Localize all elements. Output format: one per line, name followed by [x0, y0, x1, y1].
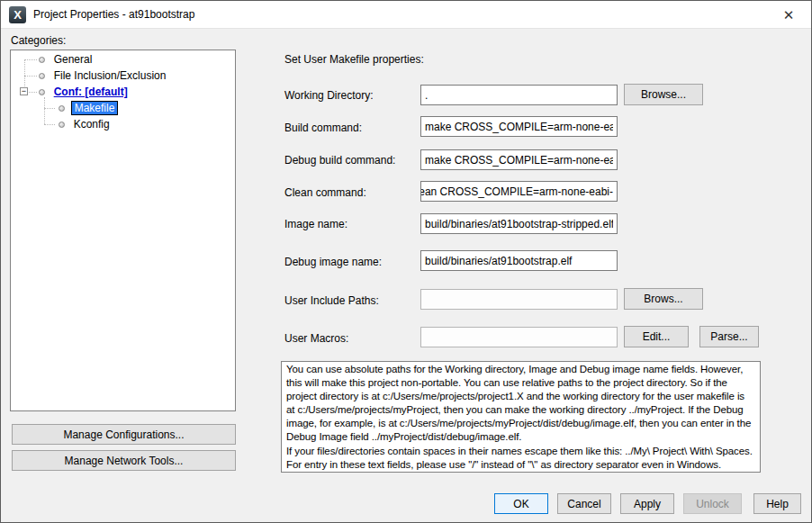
node-circle-icon: [39, 89, 45, 95]
debug-build-command-label: Debug build command:: [284, 154, 420, 167]
tree-connector: [24, 59, 37, 60]
node-circle-icon: [39, 73, 45, 79]
build-command-label: Build command:: [284, 122, 420, 134]
clean-command-input[interactable]: plabclean CROSS_COMPILE=arm-none-eabi-: [420, 181, 618, 202]
user-include-paths-label: User Include Paths:: [284, 294, 420, 307]
clean-command-value: plabclean CROSS_COMPILE=arm-none-eabi-: [420, 185, 613, 198]
image-name-label: Image name:: [284, 218, 420, 230]
tree-item-label-selected: Makefile: [71, 101, 119, 115]
tree-item-label: File Inclusion/Exclusion: [51, 68, 169, 83]
title-bar: X Project Properties - at91bootstrap ✕: [1, 1, 811, 29]
browse-button[interactable]: Browse...: [624, 84, 703, 105]
unlock-button: Unlock: [683, 493, 742, 514]
window-title: Project Properties - at91bootstrap: [33, 8, 194, 21]
working-directory-label: Working Directory:: [284, 89, 420, 102]
close-icon[interactable]: ✕: [775, 5, 802, 26]
tree-connector: [44, 108, 55, 109]
node-circle-icon: [59, 122, 65, 128]
help-button[interactable]: Help: [753, 493, 801, 514]
working-directory-input[interactable]: [420, 85, 618, 105]
edit-macros-button[interactable]: Edit...: [624, 326, 689, 347]
manage-network-tools-button[interactable]: Manage Network Tools...: [12, 450, 236, 471]
mplab-x-logo-icon: X: [9, 6, 26, 23]
user-macros-input: [420, 327, 618, 347]
tree-item-makefile[interactable]: Makefile: [59, 100, 118, 116]
ok-button[interactable]: OK: [494, 493, 548, 514]
build-command-input[interactable]: [420, 116, 618, 137]
tree-item-kconfig[interactable]: Kconfig: [59, 116, 113, 132]
debug-build-command-input[interactable]: [420, 149, 618, 170]
user-include-paths-input: [420, 289, 618, 310]
tree-item-label: General: [51, 52, 95, 67]
tree-connector: [44, 124, 55, 125]
project-properties-dialog: X Project Properties - at91bootstrap ✕ C…: [0, 0, 812, 523]
tree-connector: [44, 97, 45, 124]
node-circle-icon: [39, 57, 45, 63]
tree-item-file-inclusion[interactable]: File Inclusion/Exclusion: [39, 68, 168, 84]
section-heading: Set User Makefile properties:: [284, 53, 424, 66]
debug-image-name-label: Debug image name:: [284, 256, 420, 268]
categories-label: Categories:: [11, 34, 66, 47]
parse-macros-button[interactable]: Parse...: [699, 326, 759, 347]
tree-item-conf-default[interactable]: Conf: [default]: [39, 84, 131, 100]
manage-configurations-button[interactable]: Manage Configurations...: [12, 424, 236, 445]
tree-item-label: Kconfig: [71, 117, 113, 131]
user-macros-label: User Macros:: [284, 332, 420, 345]
image-name-input[interactable]: [420, 213, 618, 234]
browse-include-paths-button[interactable]: Brows...: [624, 288, 703, 310]
collapse-toggle-icon[interactable]: −: [20, 87, 28, 95]
debug-image-name-input[interactable]: [420, 250, 618, 271]
help-note-text: You can use absolute paths for the Worki…: [281, 361, 761, 473]
node-circle-icon: [59, 105, 65, 112]
categories-tree: General File Inclusion/Exclusion − Conf:…: [10, 50, 236, 411]
cancel-button[interactable]: Cancel: [557, 493, 611, 514]
tree-item-label: Conf: [default]: [51, 85, 131, 99]
clean-command-label: Clean command:: [284, 186, 420, 199]
tree-connector: [24, 76, 37, 77]
apply-button[interactable]: Apply: [620, 493, 674, 514]
tree-item-general[interactable]: General: [39, 51, 95, 68]
